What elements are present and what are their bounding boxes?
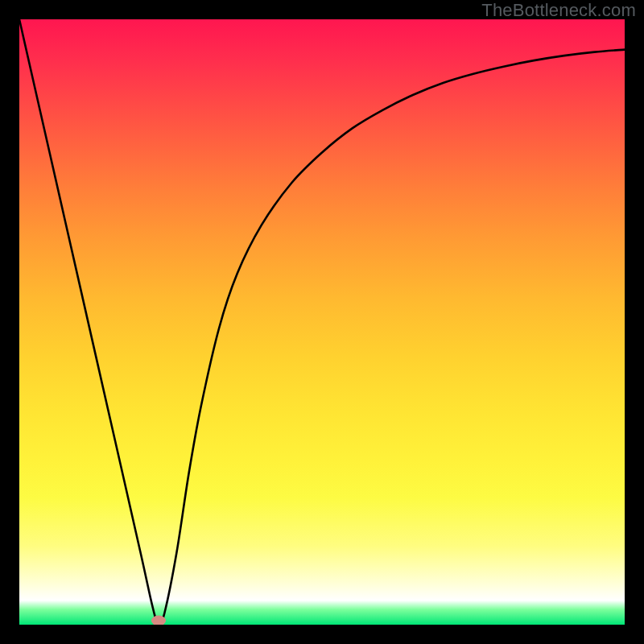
plot-area bbox=[19, 19, 625, 625]
bottleneck-curve bbox=[19, 19, 625, 625]
watermark-text: TheBottleneck.com bbox=[481, 0, 636, 21]
chart-stage: TheBottleneck.com bbox=[0, 0, 644, 644]
optimum-marker bbox=[151, 616, 166, 625]
